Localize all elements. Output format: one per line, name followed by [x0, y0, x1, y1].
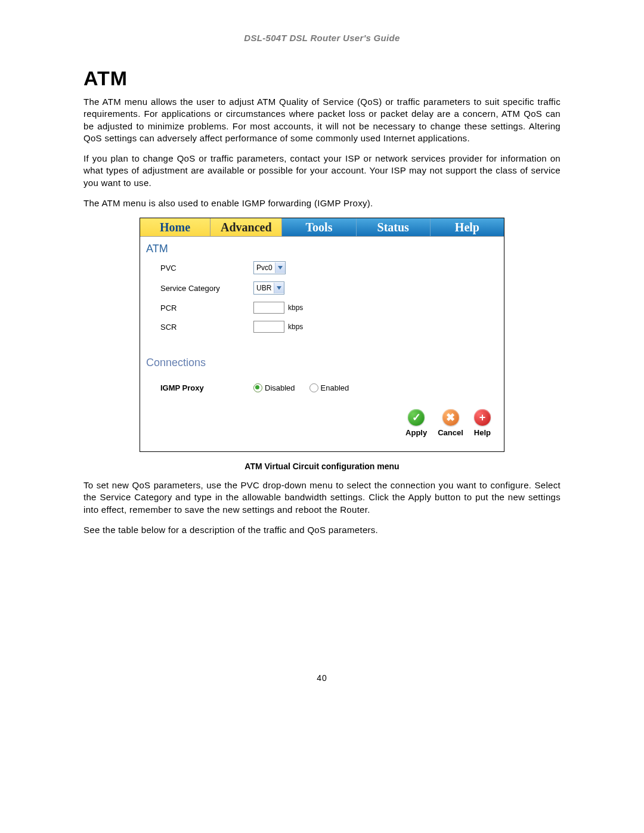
- input-pcr[interactable]: [253, 302, 284, 314]
- tab-tools[interactable]: Tools: [282, 218, 356, 236]
- paragraph-4: To set new QoS parameters, use the PVC d…: [83, 479, 561, 516]
- cancel-button[interactable]: ✖ Cancel: [438, 409, 463, 437]
- tab-bar: Home Advanced Tools Status Help: [140, 218, 504, 237]
- apply-button[interactable]: ✓ Apply: [405, 409, 427, 437]
- tab-home[interactable]: Home: [140, 218, 210, 236]
- select-pvc-value: Pvc0: [254, 264, 275, 272]
- input-scr[interactable]: [253, 321, 284, 333]
- paragraph-2: If you plan to change QoS or traffic par…: [83, 153, 561, 189]
- page-number: 40: [83, 673, 561, 683]
- svg-marker-0: [278, 266, 283, 270]
- svg-marker-1: [277, 286, 281, 290]
- tab-advanced[interactable]: Advanced: [210, 218, 282, 236]
- section-title-connections: Connections: [140, 354, 504, 371]
- paragraph-5: See the table below for a description of…: [83, 524, 561, 536]
- unit-kbps: kbps: [288, 323, 303, 331]
- radio-label-enabled: Enabled: [321, 383, 349, 392]
- cancel-label: Cancel: [438, 428, 463, 437]
- label-service-category: Service Category: [140, 284, 253, 293]
- paragraph-3: The ATM menu is also used to enable IGMP…: [83, 197, 561, 209]
- section-title-atm: ATM: [140, 240, 504, 258]
- chevron-down-icon: [274, 283, 284, 293]
- apply-label: Apply: [405, 428, 427, 437]
- chevron-down-icon: [275, 262, 285, 273]
- page-header: DSL-504T DSL Router User's Guide: [83, 33, 561, 43]
- select-service-value: UBR: [254, 284, 274, 292]
- radio-dot-icon: [253, 383, 262, 392]
- radio-igmp-disabled[interactable]: Disabled: [253, 383, 295, 392]
- paragraph-1: The ATM menu allows the user to adjust A…: [83, 96, 561, 144]
- plus-icon: +: [474, 409, 491, 426]
- tab-help[interactable]: Help: [431, 218, 504, 236]
- figure-caption: ATM Virtual Circuit configuration menu: [83, 462, 561, 471]
- check-icon: ✓: [408, 409, 425, 426]
- close-icon: ✖: [442, 409, 459, 426]
- label-pvc: PVC: [140, 264, 253, 272]
- router-ui-figure: Home Advanced Tools Status Help ATM PVC …: [140, 218, 504, 452]
- select-pvc[interactable]: Pvc0: [253, 261, 286, 274]
- select-service-category[interactable]: UBR: [253, 281, 284, 295]
- tab-status[interactable]: Status: [357, 218, 431, 236]
- radio-empty-icon: [309, 383, 318, 392]
- radio-igmp-enabled[interactable]: Enabled: [309, 383, 349, 392]
- radio-label-disabled: Disabled: [265, 383, 295, 392]
- section-heading-atm: ATM: [83, 67, 561, 90]
- label-scr: SCR: [140, 323, 253, 332]
- help-label: Help: [474, 428, 491, 437]
- unit-kbps: kbps: [288, 304, 303, 312]
- label-igmp-proxy: IGMP Proxy: [140, 383, 253, 392]
- label-pcr: PCR: [140, 304, 253, 312]
- help-button[interactable]: + Help: [474, 409, 491, 437]
